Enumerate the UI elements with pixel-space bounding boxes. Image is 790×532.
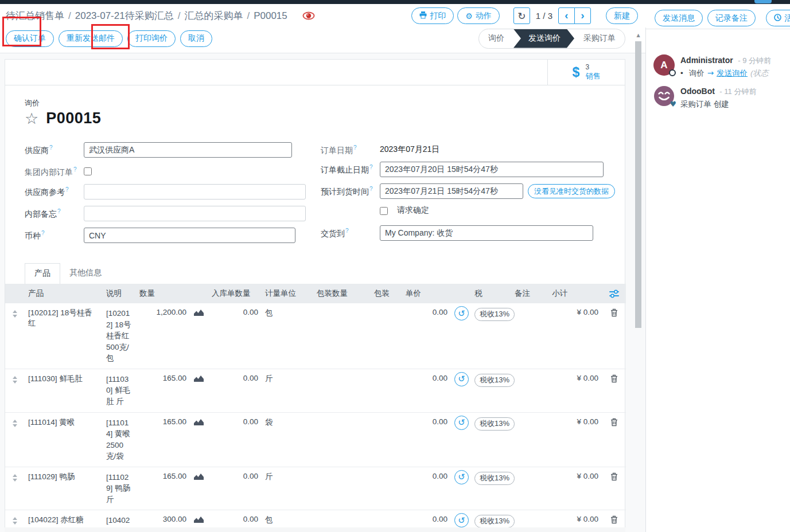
drag-handle-icon[interactable] [9, 308, 21, 318]
drag-handle-icon[interactable] [9, 374, 21, 384]
reset-price-icon[interactable]: ↺ [454, 470, 469, 484]
cell-note[interactable] [511, 467, 548, 510]
cell-uom[interactable]: 包 [262, 303, 313, 369]
cell-unit-price[interactable]: 0.00 [402, 412, 451, 467]
tax-tag[interactable]: 税收13% [474, 417, 515, 431]
cell-received-qty[interactable]: 0.00 [208, 467, 262, 510]
cell-qty[interactable]: 1,200.00 [136, 303, 190, 369]
cell-pkg[interactable] [371, 303, 402, 369]
cell-pkg-qty[interactable] [313, 412, 371, 467]
eye-icon[interactable] [302, 11, 315, 20]
forecast-chart-icon[interactable] [193, 515, 204, 523]
cell-pkg-qty[interactable] [313, 467, 371, 510]
forecast-chart-icon[interactable] [193, 418, 204, 426]
cell-note[interactable] [511, 412, 548, 467]
delete-line-icon[interactable] [610, 472, 618, 481]
breadcrumb-item-3[interactable]: 汇总的采购单 [184, 9, 243, 22]
print-rfq-button[interactable]: 打印询价 [127, 30, 176, 47]
cell-qty[interactable]: 165.00 [136, 467, 190, 510]
pager-previous-button[interactable]: ‹ [558, 7, 575, 24]
reset-price-icon[interactable]: ↺ [454, 416, 469, 430]
cell-product[interactable]: [111029] 鸭肠 [25, 467, 103, 510]
cell-description[interactable]: [102012] 18号桂香红 500克/包 [103, 303, 136, 369]
cell-received-qty[interactable]: 0.00 [208, 303, 262, 369]
cell-unit-price[interactable]: 0.00 [402, 303, 451, 369]
stage-purchase-order[interactable]: 采购订单 [574, 29, 625, 48]
cell-uom[interactable]: 斤 [262, 369, 313, 412]
forecast-chart-icon[interactable] [193, 374, 204, 382]
cell-product[interactable]: [102012] 18号桂香红 [25, 303, 103, 369]
cell-qty[interactable]: 165.00 [136, 412, 190, 467]
breadcrumb-item-1[interactable]: 待汇总销售单 [6, 9, 64, 22]
supplier-input[interactable] [84, 142, 292, 158]
ask-confirmation-checkbox[interactable] [380, 207, 388, 215]
internal-note-input[interactable] [84, 206, 306, 221]
cell-uom[interactable]: 斤 [262, 467, 313, 510]
tax-tag[interactable]: 税收13% [474, 472, 515, 485]
print-button[interactable]: 打印 [411, 7, 454, 24]
cell-description[interactable]: [111014] 黄喉 2500克/袋 [103, 412, 136, 467]
sales-stat-button[interactable]: $ 3 销售 [547, 60, 625, 85]
cell-pkg-qty[interactable] [313, 303, 371, 369]
drag-handle-icon[interactable] [9, 417, 21, 427]
cell-pkg[interactable] [371, 467, 402, 510]
refresh-button[interactable]: ↻ [513, 7, 530, 24]
log-note-button[interactable]: 记录备注 [707, 10, 756, 26]
pager-next-button[interactable]: › [574, 7, 591, 24]
cancel-button[interactable]: 取消 [180, 30, 212, 47]
send-message-button[interactable]: 发送消息 [655, 10, 703, 26]
tab-products[interactable]: 产品 [25, 263, 60, 284]
drag-handle-icon[interactable] [9, 515, 21, 525]
tracking-new-value[interactable]: 发送询价 [717, 69, 748, 77]
tax-tag[interactable]: 税收13% [474, 308, 515, 321]
activity-button[interactable]: 活动 [766, 10, 790, 26]
delete-line-icon[interactable] [610, 418, 618, 427]
cell-pkg-qty[interactable] [313, 369, 371, 412]
deliver-to-input[interactable] [380, 225, 593, 241]
cell-uom[interactable]: 袋 [262, 412, 313, 467]
optional-columns-icon[interactable] [609, 290, 619, 298]
on-time-delivery-hint-button[interactable]: 没看见准时交货的数据 [528, 184, 615, 198]
new-button[interactable]: 新建 [606, 7, 638, 24]
breadcrumb-item-2[interactable]: 2023-07-21待采购汇总 [75, 9, 174, 22]
cell-description[interactable]: [111029] 鸭肠 斤 [103, 467, 136, 510]
resend-email-button[interactable]: 重新发送邮件 [59, 30, 123, 47]
reset-price-icon[interactable]: ↺ [454, 306, 469, 320]
delete-line-icon[interactable] [610, 308, 618, 317]
stage-rfq[interactable]: 询价 [479, 29, 513, 48]
tab-other-info[interactable]: 其他信息 [60, 263, 111, 284]
reset-price-icon[interactable]: ↺ [454, 513, 469, 527]
cell-product[interactable]: [111014] 黄喉 [25, 412, 103, 467]
tax-tag[interactable]: 税收13% [474, 374, 515, 387]
delete-line-icon[interactable] [610, 374, 618, 383]
cell-received-qty[interactable]: 0.00 [208, 369, 262, 412]
reset-price-icon[interactable]: ↺ [454, 372, 469, 386]
cell-note[interactable] [511, 369, 548, 412]
action-button[interactable]: ⚙ 动作 [457, 7, 500, 24]
expected-arrival-input[interactable] [380, 183, 523, 199]
intercompany-checkbox[interactable] [84, 167, 92, 175]
delete-line-icon[interactable] [610, 515, 618, 524]
col-tax: 税 [471, 284, 511, 303]
cell-unit-price[interactable]: 0.00 [402, 467, 451, 510]
cell-pkg[interactable] [371, 369, 402, 412]
tax-tag[interactable]: 税收13% [474, 515, 515, 528]
confirm-order-button[interactable]: 确认订单 [6, 30, 54, 47]
forecast-chart-icon[interactable] [193, 308, 204, 316]
order-deadline-input[interactable] [380, 162, 604, 177]
cell-qty[interactable]: 165.00 [136, 369, 190, 412]
stage-rfq-sent[interactable]: 发送询价 [513, 29, 574, 48]
cell-product[interactable]: [111030] 鲜毛肚 [25, 369, 103, 412]
currency-input[interactable] [84, 228, 295, 243]
favorite-star-icon[interactable]: ☆ [25, 111, 38, 126]
cell-unit-price[interactable]: 0.00 [402, 369, 451, 412]
scrollbar-thumb[interactable] [635, 41, 641, 328]
vendor-ref-input[interactable] [84, 184, 306, 200]
cell-received-qty[interactable]: 0.00 [208, 412, 262, 467]
forecast-chart-icon[interactable] [193, 472, 204, 480]
cell-pkg[interactable] [371, 412, 402, 467]
scrollbar-up-arrow[interactable]: ▲ [635, 32, 642, 40]
cell-description[interactable]: [111030] 鲜毛肚 斤 [103, 369, 136, 412]
drag-handle-icon[interactable] [9, 472, 21, 482]
cell-note[interactable] [511, 303, 548, 369]
